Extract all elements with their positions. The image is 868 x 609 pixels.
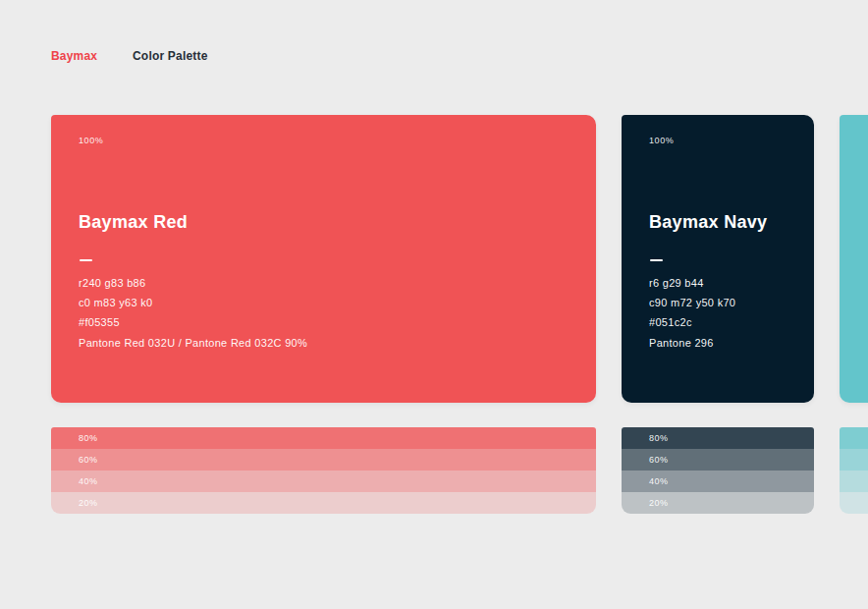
hex-value: #f05355 (79, 316, 120, 328)
tint-row: 40% (51, 471, 596, 492)
swatch-percent-label: 100% (79, 136, 103, 145)
tint-row (840, 449, 868, 471)
tint-row: 20% (622, 492, 814, 514)
tint-row: 20% (51, 492, 596, 514)
brand-link[interactable]: Baymax (51, 49, 97, 63)
tint-row: 80% (51, 427, 596, 449)
palette-navy: 100% Baymax Navy r6 g29 b44 c90 m72 y50 … (622, 115, 814, 514)
tint-row (840, 427, 868, 449)
tint-percent-label: 20% (649, 498, 669, 508)
rgb-value: r6 g29 b44 (649, 277, 704, 289)
tint-percent-label: 80% (649, 433, 669, 443)
color-card-teal (840, 115, 868, 403)
tint-stack-navy: 80% 60% 40% 20% (622, 427, 814, 514)
color-name: Baymax Navy (649, 212, 767, 233)
dash-divider (650, 259, 663, 261)
tint-row: 80% (622, 427, 814, 449)
tint-row (840, 492, 868, 514)
color-name: Baymax Red (79, 212, 188, 233)
tint-percent-label: 40% (79, 476, 98, 486)
pantone-value: Pantone 296 (649, 337, 714, 349)
tint-stack-red: 80% 60% 40% 20% (51, 427, 596, 514)
tint-row: 60% (622, 449, 814, 471)
dash-divider (80, 259, 92, 261)
tint-row: 40% (622, 471, 814, 492)
tint-percent-label: 60% (649, 455, 669, 465)
tint-percent-label: 60% (79, 455, 98, 465)
color-card-red: 100% Baymax Red r240 g83 b86 c0 m83 y63 … (51, 115, 596, 403)
page-title: Color Palette (133, 49, 208, 63)
palette-teal (840, 115, 868, 514)
rgb-value: r240 g83 b86 (79, 277, 145, 289)
cmyk-value: c0 m83 y63 k0 (79, 297, 152, 308)
header: Baymax Color Palette (0, 0, 868, 79)
tint-percent-label: 80% (79, 433, 98, 443)
pantone-value: Pantone Red 032U / Pantone Red 032C 90% (79, 337, 307, 349)
tint-percent-label: 40% (649, 476, 669, 486)
tint-row: 60% (51, 449, 596, 471)
color-card-navy: 100% Baymax Navy r6 g29 b44 c90 m72 y50 … (622, 115, 814, 403)
tint-stack-teal (840, 427, 868, 514)
hex-value: #051c2c (649, 316, 692, 328)
palette-red: 100% Baymax Red r240 g83 b86 c0 m83 y63 … (51, 115, 596, 514)
swatch-percent-label: 100% (649, 136, 674, 145)
cmyk-value: c90 m72 y50 k70 (649, 297, 735, 308)
tint-percent-label: 20% (79, 498, 98, 508)
tint-row (840, 471, 868, 492)
